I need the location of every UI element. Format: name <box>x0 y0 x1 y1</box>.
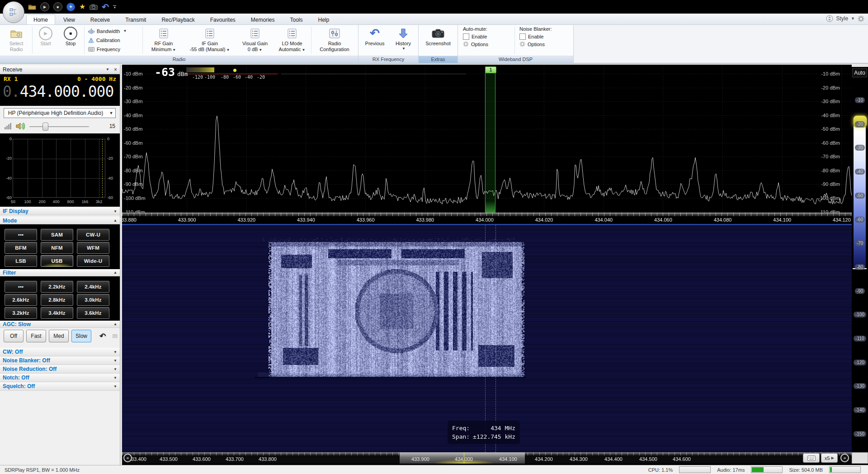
filter-button-3-2khz[interactable]: 3.2kHz <box>5 307 37 319</box>
mode-button-nfm[interactable]: NFM <box>41 242 73 254</box>
app-menu-button[interactable] <box>3 1 24 23</box>
auto-mute-enable[interactable]: Enable <box>463 33 510 40</box>
audio-device-select[interactable]: HP (Périphérique High Definition Audio) … <box>4 108 116 118</box>
scroll-right-button[interactable]: » <box>840 454 849 462</box>
frequency-button[interactable]: Frequency <box>88 47 139 52</box>
select-radio-button[interactable]: Select Radio <box>1 25 31 55</box>
mode-button-cw-u[interactable]: CW-U <box>77 229 109 241</box>
mode-button-wide-u[interactable]: Wide-U <box>77 255 109 267</box>
tuned-frequency[interactable]: 0.434.000.000 <box>0 83 120 100</box>
panel-close-icon[interactable]: × <box>114 66 117 73</box>
filter-button-item[interactable]: ••• <box>5 281 37 293</box>
visual-gain-button[interactable]: Visual Gain 0 dB▼ <box>236 25 274 55</box>
collapse-ribbon-icon[interactable] <box>826 15 833 22</box>
stop-icon[interactable]: ■ <box>53 2 62 11</box>
play-icon[interactable]: ▶ <box>40 2 49 11</box>
speaker-icon[interactable] <box>16 123 25 130</box>
if-gain-button[interactable]: IF Gain -55 dB (Manual)▼ <box>184 25 236 55</box>
lo-mode-button[interactable]: LO Mode Automatic▼ <box>274 25 310 55</box>
section-noise-reduction[interactable]: Noise Reduction: Off▼ <box>0 365 120 374</box>
mode-button-wfm[interactable]: WFM <box>77 242 109 254</box>
tab-transmit[interactable]: Transmit <box>118 14 153 24</box>
audio-spectrum-graph[interactable]: 00-20-20-40-40-60-60501002004008001k63k2 <box>0 133 120 207</box>
tab-tools[interactable]: Tools <box>283 14 310 24</box>
add-icon[interactable]: + <box>66 3 75 11</box>
noise-blanker-options[interactable]: Options <box>519 41 568 47</box>
tab-home[interactable]: Home <box>26 14 55 24</box>
filter-button-3-0khz[interactable]: 3.0kHz <box>77 294 109 306</box>
history-button[interactable]: History ▼ <box>390 25 417 55</box>
agc-button-fast[interactable]: Fast <box>26 330 46 342</box>
calibration-button[interactable]: Calibration <box>88 38 139 43</box>
tab-memories[interactable]: Memories <box>244 14 282 24</box>
noise-blanker-enable[interactable]: Enable <box>519 33 568 40</box>
tab-rec-playback[interactable]: Rec/Playback <box>154 14 202 24</box>
gear-icon[interactable] <box>858 15 864 22</box>
zoom-step-button[interactable]: x5▶ <box>821 453 838 463</box>
agc-button-off[interactable]: Off <box>4 330 24 342</box>
filter-button-2-6khz[interactable]: 2.6kHz <box>5 294 37 306</box>
rf-gain-button[interactable]: RF Gain Minimum▼ <box>144 25 184 55</box>
waterfall-intensity-scale: Auto -10-20-30-40-50-60-70-80-90-100-110… <box>852 65 868 465</box>
receive-panel-header[interactable]: Receive ▼ × <box>0 66 120 74</box>
mode-button-item[interactable]: ••• <box>5 229 37 241</box>
volume-slider-thumb[interactable] <box>42 123 48 131</box>
filter-button-3-4khz[interactable]: 3.4kHz <box>41 307 73 319</box>
tuning-marker[interactable]: 1 <box>485 66 495 213</box>
stop-button[interactable]: ■ Stop <box>58 25 83 55</box>
undo-icon[interactable]: ↶ <box>102 3 109 11</box>
bandwidth-button[interactable]: Bandwidth▼ <box>88 28 139 34</box>
section-agc[interactable]: AGC: Slow▲ <box>0 321 120 328</box>
section-cw[interactable]: CW: Off▼ <box>0 348 120 356</box>
mode-button-usb[interactable]: USB <box>41 255 73 267</box>
panel-menu-icon[interactable]: ▼ <box>106 67 109 71</box>
scroll-left-button[interactable]: « <box>123 454 132 462</box>
volume-slider[interactable] <box>29 123 102 130</box>
start-button[interactable]: ▶ Start <box>33 25 58 55</box>
section-notch[interactable]: Notch: Off▼ <box>0 374 120 382</box>
mode-button-lsb[interactable]: LSB <box>5 255 37 267</box>
agc-button-med[interactable]: Med <box>49 330 69 342</box>
waterfall-display[interactable]: Freq:434 MHz Span:±122.745 kHz <box>122 225 852 452</box>
filter-button-2-8khz[interactable]: 2.8kHz <box>41 294 73 306</box>
mode-button-bfm[interactable]: BFM <box>5 242 37 254</box>
filter-button-3-6khz[interactable]: 3.6kHz <box>77 307 109 319</box>
frequency-navigation-bar[interactable]: 433.400433.500433.600433.700433.800433.9… <box>122 452 852 464</box>
keyboard-entry-button[interactable] <box>803 453 820 463</box>
tuning-marker-badge[interactable]: 1 <box>485 66 496 73</box>
section-filter[interactable]: Filter▲ <box>0 269 120 276</box>
tab-receive[interactable]: Receive <box>83 14 117 24</box>
open-folder-icon[interactable] <box>28 3 36 11</box>
filter-button-2-2khz[interactable]: 2.2kHz <box>41 281 73 293</box>
auto-mute-enable-checkbox[interactable] <box>463 33 469 40</box>
spectrum-y-label: -70 dBm <box>821 154 840 159</box>
auto-range-button[interactable]: Auto <box>852 68 867 77</box>
section-if-display[interactable]: IF Display▼ <box>0 208 120 215</box>
section-mode[interactable]: Mode▲ <box>0 217 120 224</box>
mode-button-sam[interactable]: SAM <box>41 229 73 241</box>
section-squelch[interactable]: Squelch: Off▼ <box>0 382 120 391</box>
screenshot-camera-icon[interactable] <box>90 3 98 11</box>
frequency-display[interactable]: RX 1 0 - 4000 Hz 0.434.000.000 <box>0 74 120 106</box>
radio-configuration-button[interactable]: Radio Configuration <box>312 25 357 55</box>
auto-mute-options[interactable]: Options <box>463 41 510 47</box>
agc-monitor-icon[interactable]: ✉ <box>112 333 118 339</box>
tab-view[interactable]: View <box>56 14 82 24</box>
noise-blanker-enable-checkbox[interactable] <box>519 33 526 40</box>
style-caret-icon[interactable]: ▼ <box>851 16 855 21</box>
tab-help[interactable]: Help <box>311 14 337 24</box>
equalizer-icon[interactable] <box>5 123 11 129</box>
previous-button[interactable]: ↶ Previous <box>360 25 390 55</box>
filter-button-2-4khz[interactable]: 2.4kHz <box>77 281 109 293</box>
audio-bandwidth-cursor[interactable] <box>102 139 103 198</box>
screenshot-button[interactable]: Screenshot <box>420 25 456 55</box>
waterfall-canvas[interactable] <box>122 225 852 452</box>
favourite-star-icon[interactable]: ★ <box>79 3 85 10</box>
agc-button-slow[interactable]: Slow <box>71 330 91 342</box>
customize-toolbar-icon[interactable]: ▾ <box>113 5 116 9</box>
spectrum-frequency-axis[interactable]: 433.880433.900433.920433.940433.960433.9… <box>122 213 852 224</box>
style-label[interactable]: Style <box>836 15 848 22</box>
section-noise-blanker[interactable]: Noise Blanker: Off▼ <box>0 356 120 365</box>
tab-favourites[interactable]: Favourites <box>203 14 243 24</box>
agc-undo-icon[interactable]: ↶ <box>99 332 106 340</box>
